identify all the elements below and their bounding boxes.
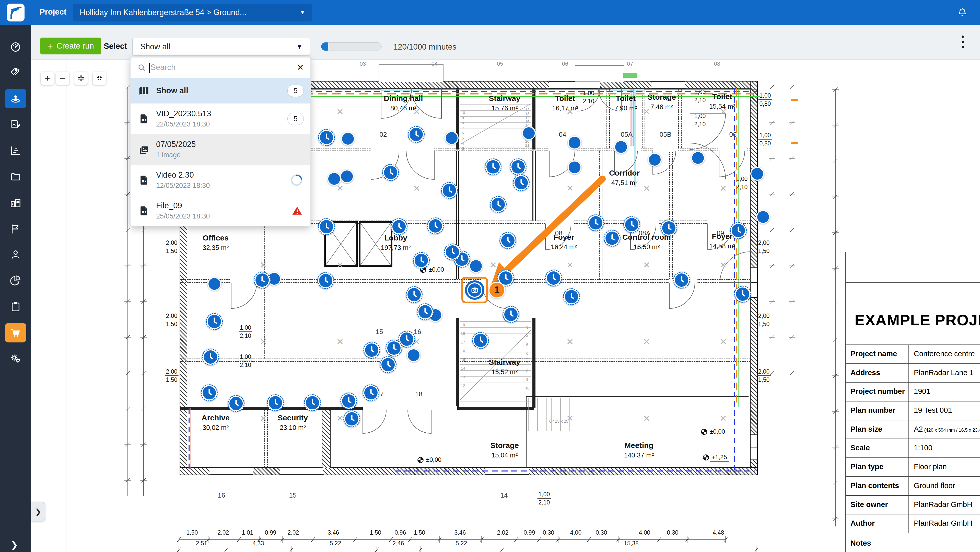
planradar-logo[interactable] (0, 0, 31, 25)
recording-marker-dot[interactable] (756, 210, 770, 224)
recording-marker-clock[interactable] (340, 393, 357, 409)
recording-marker-dot[interactable] (340, 169, 354, 183)
clock-icon (443, 184, 456, 197)
filter-option-video-2-30[interactable]: Video 2.3012/05/2023 18:30 (130, 165, 310, 196)
dimension-pair: 2,001,50 (165, 368, 178, 383)
recording-marker-clock[interactable] (734, 286, 751, 302)
notifications-bell-icon[interactable] (957, 7, 968, 18)
recording-marker-dot[interactable] (327, 172, 341, 186)
sidebar-item-shop[interactable] (5, 323, 26, 342)
dimension-value: 0,99 (524, 529, 535, 536)
panel-expand-tab[interactable]: ❯ (31, 502, 45, 521)
zoom-out-button[interactable] (56, 72, 69, 85)
sidebar-item-dashboard[interactable] (5, 37, 26, 57)
recording-marker-clock[interactable] (380, 356, 396, 373)
recording-marker-clock[interactable] (385, 340, 402, 356)
recording-marker-clock[interactable] (254, 272, 270, 288)
recording-marker-dot[interactable] (648, 153, 662, 167)
recording-marker-clock[interactable] (545, 270, 562, 286)
sidebar-item-settings[interactable] (5, 349, 26, 369)
filter-option-show-all[interactable]: Show all5 (130, 78, 310, 103)
sidebar-item-company[interactable] (5, 193, 26, 213)
fit-view-button[interactable] (74, 72, 88, 85)
recording-marker-dot[interactable] (691, 151, 705, 165)
sidebar-item-tags[interactable] (5, 63, 26, 82)
recording-marker-dot[interactable] (469, 259, 483, 273)
filter-option-vid-20230-513[interactable]: VID_20230.51322/05/2023 18:305 (130, 103, 310, 134)
sidebar-item-site-view[interactable] (5, 89, 26, 108)
recording-marker-clock[interactable] (673, 272, 690, 288)
layer-filter-select[interactable]: Show all ▼ (132, 38, 310, 56)
dimension-pair: 1,002,10 (735, 175, 749, 190)
sidebar-item-statistics[interactable] (5, 141, 26, 161)
recording-marker-clock[interactable] (363, 384, 379, 401)
recording-marker-clock[interactable] (472, 332, 489, 349)
stair-tread-number: 14 (461, 366, 465, 370)
recording-marker-clock[interactable] (344, 410, 360, 427)
recording-marker-clock[interactable] (382, 164, 399, 181)
recording-marker-clock[interactable] (408, 126, 425, 143)
recording-marker-clock[interactable] (202, 348, 219, 366)
recording-marker-dot[interactable] (750, 167, 764, 181)
recording-marker-dot[interactable] (445, 131, 458, 145)
recording-marker-clock[interactable] (503, 306, 519, 323)
recording-marker-clock[interactable] (441, 182, 458, 199)
recording-marker-clock[interactable] (660, 220, 677, 236)
recording-marker-clock[interactable] (490, 196, 507, 213)
recording-marker-dot[interactable] (522, 126, 536, 140)
recording-marker-clock[interactable] (485, 158, 501, 175)
sidebar-item-tasks[interactable] (5, 297, 26, 317)
recording-marker-dot[interactable] (207, 277, 221, 291)
recording-marker-clock[interactable] (201, 384, 218, 401)
recording-marker-clock[interactable] (510, 158, 527, 175)
filter-option-07-05-2025[interactable]: 07/05/20251 image (130, 134, 310, 165)
recording-marker-dot[interactable] (568, 161, 581, 174)
row-label: Author (851, 519, 875, 528)
recording-marker-clock[interactable] (206, 313, 223, 330)
sidebar-item-flags[interactable] (5, 219, 26, 239)
recording-marker-clock[interactable] (391, 218, 407, 235)
loading-spinner-icon (289, 172, 304, 188)
zoom-in-button[interactable] (41, 72, 54, 85)
search-input[interactable] (150, 60, 289, 75)
collapse-view-button[interactable] (93, 72, 106, 85)
filter-option-file-09[interactable]: File_0925/05/2023 18:30 (130, 196, 310, 226)
recording-marker-clock[interactable] (228, 395, 245, 412)
clock-icon (446, 245, 459, 259)
project-dropdown[interactable]: Holliday Inn Kahlenbergerstraße 54 > Gro… (73, 3, 312, 21)
recording-marker-clock[interactable] (427, 218, 444, 234)
recording-marker-dot[interactable] (341, 132, 355, 146)
recording-marker-dot[interactable] (614, 140, 628, 154)
recording-marker-clock[interactable] (587, 215, 604, 231)
recording-marker-clock[interactable] (563, 288, 580, 305)
recording-marker-clock[interactable] (406, 286, 423, 303)
recording-marker-clock[interactable] (267, 395, 284, 411)
sidebar-collapse-chevron-icon[interactable]: ❯ (11, 540, 18, 550)
recording-marker-clock[interactable] (363, 342, 380, 358)
marker-count-bubble[interactable]: 1 (488, 282, 505, 299)
recording-marker-clock[interactable] (730, 222, 747, 239)
recording-marker-clock[interactable] (444, 243, 461, 261)
sidebar-item-plan-markup[interactable] (5, 115, 26, 134)
recording-marker-clock[interactable] (513, 174, 530, 191)
recording-marker-dot[interactable] (568, 136, 581, 150)
sidebar-item-contacts[interactable] (5, 245, 26, 264)
camera-marker[interactable] (465, 280, 484, 300)
close-icon[interactable]: ✕ (297, 63, 304, 72)
sidebar-item-documents[interactable] (5, 167, 26, 186)
recording-marker-clock[interactable] (318, 129, 335, 146)
recording-marker-clock[interactable] (318, 218, 335, 235)
recording-marker-clock[interactable] (417, 303, 434, 320)
more-options-kebab-icon[interactable] (958, 34, 968, 50)
recording-marker-clock[interactable] (317, 272, 334, 289)
project-label: Project (40, 7, 67, 17)
recording-marker-clock[interactable] (500, 232, 516, 249)
recording-marker-clock[interactable] (604, 230, 620, 247)
recording-marker-clock[interactable] (304, 395, 321, 411)
room-label-lobby: Lobby197,73 m² (381, 234, 410, 252)
recording-marker-clock[interactable] (624, 216, 640, 233)
create-run-button[interactable]: +Create run (40, 38, 101, 54)
sidebar-item-reports[interactable] (5, 271, 26, 290)
recording-marker-dot[interactable] (407, 348, 420, 362)
recording-marker-clock[interactable] (413, 252, 430, 269)
